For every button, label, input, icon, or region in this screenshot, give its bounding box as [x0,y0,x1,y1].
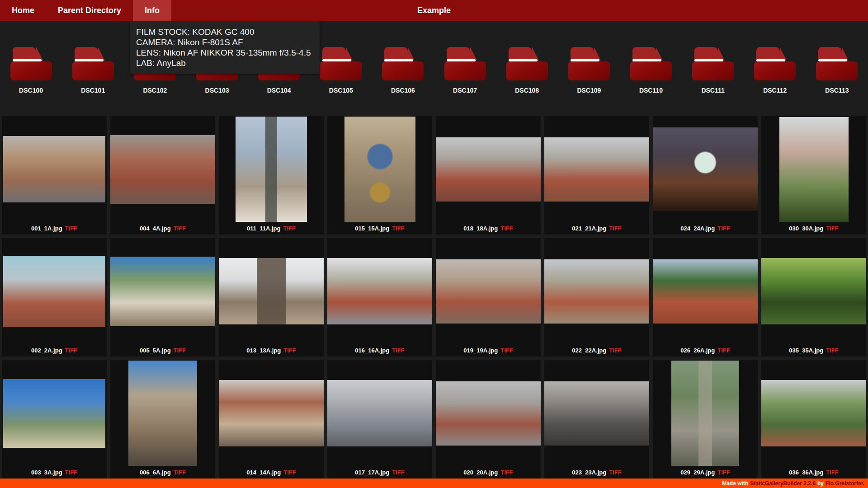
thumbnail-filename-link[interactable]: 002_2A.jpg [31,347,62,354]
nav-item-parent-directory[interactable]: Parent Directory [46,0,133,21]
thumbnail-tiff-link[interactable]: TIFF [174,225,186,232]
thumbnail-filename-link[interactable]: 017_17A.jpg [355,469,389,476]
folder-item-dsc100[interactable]: DSC100 [0,47,62,94]
thumbnail-filename-link[interactable]: 022_22A.jpg [572,347,606,354]
thumbnail-tiff-link[interactable]: TIFF [392,469,404,476]
thumbnail-area [327,360,432,466]
folder-item-dsc112[interactable]: DSC112 [744,47,806,94]
thumbnail-filename-link[interactable]: 015_15A.jpg [355,225,389,232]
thumbnail-caption: 011_11A.jpg TIFF [219,222,324,235]
folder-icon [72,47,114,80]
thumbnail-filename-link[interactable]: 011_11A.jpg [247,225,280,232]
thumbnail-image[interactable] [761,258,866,324]
thumbnail-tiff-link[interactable]: TIFF [500,469,513,476]
thumbnail-image[interactable] [3,136,105,202]
thumbnail-tiff-link[interactable]: TIFF [500,225,513,232]
thumbnail-image[interactable] [671,361,739,466]
thumbnail-tiff-link[interactable]: TIFF [609,225,621,232]
thumbnail-filename-link[interactable]: 036_36A.jpg [789,469,823,476]
thumbnail-area [219,360,324,466]
thumbnail-filename-link[interactable]: 016_16A.jpg [355,347,389,354]
thumbnail-image[interactable] [544,381,649,446]
thumbnail-image[interactable] [436,381,541,446]
folder-item-dsc109[interactable]: DSC109 [558,47,620,94]
thumbnail-filename-link[interactable]: 018_18A.jpg [463,225,498,232]
thumbnail-image[interactable] [653,127,758,211]
thumbnail-image[interactable] [761,380,866,446]
footer-author-link[interactable]: Flo Greistorfer. [826,480,864,487]
thumbnail-image[interactable] [3,256,105,327]
thumbnail-image[interactable] [128,361,197,466]
folder-item-dsc106[interactable]: DSC106 [372,47,434,94]
thumbnail-tiff-link[interactable]: TIFF [283,225,296,232]
nav-item-info[interactable]: Info [133,0,171,21]
folder-label: DSC108 [515,87,539,94]
thumbnail-image[interactable] [436,259,541,324]
thumbnail-tiff-link[interactable]: TIFF [826,469,838,476]
thumbnail-tiff-link[interactable]: TIFF [609,347,621,354]
footer-builder-link[interactable]: StaticGalleryBuilder 2.2.6 [750,480,816,487]
thumbnail-image[interactable] [236,117,307,222]
thumbnail-filename-link[interactable]: 019_19A.jpg [463,347,498,354]
thumbnail-tiff-link[interactable]: TIFF [283,469,296,476]
thumbnail-image[interactable] [653,259,758,324]
thumbnail-tiff-link[interactable]: TIFF [65,225,77,232]
thumbnail-tiff-link[interactable]: TIFF [65,469,77,476]
thumbnail-filename-link[interactable]: 024_24A.jpg [680,225,715,232]
info-panel: FILM STOCK: KODAK GC 400CAMERA: Nikon F-… [130,21,320,74]
thumbnail-filename-link[interactable]: 013_13A.jpg [246,347,281,354]
thumbnail-tiff-link[interactable]: TIFF [717,347,730,354]
thumbnail-filename-link[interactable]: 014_14A.jpg [246,469,281,476]
thumbnail-filename-link[interactable]: 003_3A.jpg [31,469,62,476]
thumbnail-tiff-link[interactable]: TIFF [500,347,513,354]
thumbnail-image[interactable] [436,137,541,202]
thumbnail-image[interactable] [544,137,649,202]
nav-item-home[interactable]: Home [0,0,46,21]
thumbnail-tiff-link[interactable]: TIFF [717,469,730,476]
thumbnail-filename-link[interactable]: 023_23A.jpg [572,469,606,476]
thumbnail-tiff-link[interactable]: TIFF [826,225,838,232]
thumbnail-tiff-link[interactable]: TIFF [283,347,296,354]
thumbnail-filename-link[interactable]: 006_6A.jpg [140,469,171,476]
thumbnail-filename-link[interactable]: 005_5A.jpg [140,347,171,354]
thumbnail-filename-link[interactable]: 001_1A.jpg [31,225,62,232]
folder-item-dsc113[interactable]: DSC113 [806,47,868,94]
thumbnail-image[interactable] [219,380,324,446]
thumbnail-image[interactable] [779,117,849,222]
thumbnail-image[interactable] [3,379,105,448]
thumbnail-tiff-link[interactable]: TIFF [65,347,77,354]
thumbnail-filename-link[interactable]: 004_4A.jpg [140,225,171,232]
thumbnail-tiff-link[interactable]: TIFF [609,469,621,476]
thumbnail-tiff-link[interactable]: TIFF [717,225,730,232]
thumbnail-tiff-link[interactable]: TIFF [392,225,404,232]
folder-label: DSC101 [81,87,105,94]
thumbnail-tiff-link[interactable]: TIFF [174,469,186,476]
thumbnail-image[interactable] [110,257,215,326]
thumbnail-filename-link[interactable]: 020_20A.jpg [463,469,498,476]
thumbnail-filename-link[interactable]: 029_29A.jpg [680,469,715,476]
thumbnail-tiff-link[interactable]: TIFF [826,347,838,354]
thumbnail-filename-link[interactable]: 030_30A.jpg [789,225,823,232]
folder-label: DSC111 [701,87,724,94]
thumbnail-filename-link[interactable]: 026_26A.jpg [680,347,715,354]
thumbnail-filename-link[interactable]: 021_21A.jpg [572,225,606,232]
thumbnail-tiff-link[interactable]: TIFF [392,347,404,354]
thumbnail-caption: 016_16A.jpg TIFF [327,344,432,357]
folder-label: DSC112 [763,87,787,94]
thumbnail-image[interactable] [327,380,432,446]
folder-item-dsc110[interactable]: DSC110 [620,47,682,94]
thumbnail-image[interactable] [344,117,415,222]
thumbnail-image[interactable] [544,259,649,324]
thumbnail-image[interactable] [219,258,324,324]
thumbnail-filename-link[interactable]: 035_35A.jpg [789,347,823,354]
thumbnail-tiff-link[interactable]: TIFF [174,347,186,354]
folder-item-dsc108[interactable]: DSC108 [496,47,558,94]
folder-item-dsc111[interactable]: DSC111 [682,47,744,94]
thumbnail-area [761,360,866,466]
thumbnail-image[interactable] [327,258,432,324]
folder-item-dsc101[interactable]: DSC101 [62,47,124,94]
thumbnail-caption: 019_19A.jpg TIFF [436,344,541,357]
thumbnail-area [2,116,107,222]
thumbnail-image[interactable] [110,135,215,204]
folder-item-dsc107[interactable]: DSC107 [434,47,496,94]
